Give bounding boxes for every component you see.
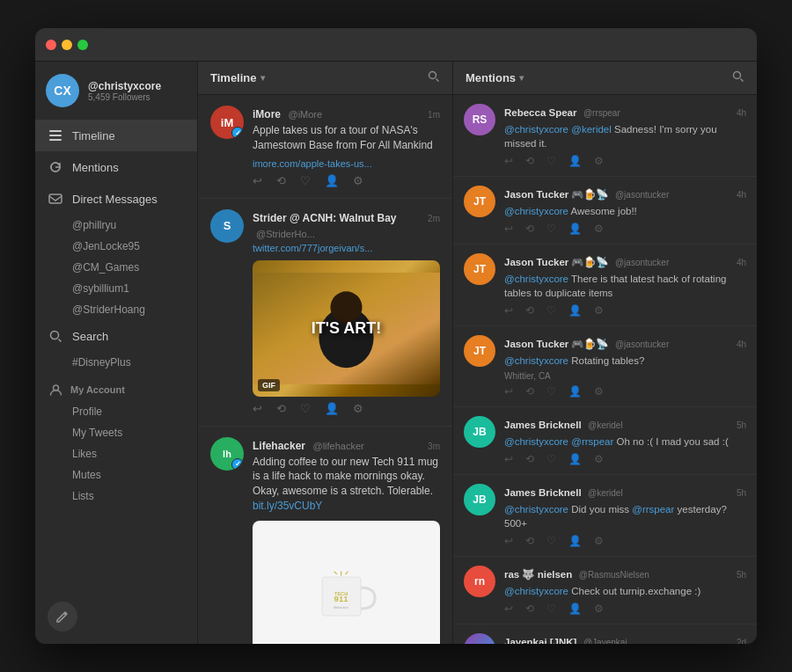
tweet-link-strider[interactable]: twitter.com/777jorgeivan/s...: [253, 243, 440, 253]
reply-james2[interactable]: ↩: [504, 535, 513, 547]
mention-actions-jason2: ↩ ⟲ ♡ 👤 ⚙: [504, 304, 746, 317]
dm-label: Direct Messages: [72, 193, 158, 206]
svg-point-7: [429, 72, 436, 79]
mentions-label: Mentions: [72, 161, 119, 174]
account-section-header[interactable]: My Account: [35, 373, 197, 401]
sidebar-item-direct-messages[interactable]: Direct Messages: [35, 183, 197, 215]
retweet-button-imore[interactable]: ⟲: [276, 174, 286, 187]
mention-avatar-james1: JB: [464, 416, 495, 448]
like-ras[interactable]: ♡: [546, 603, 556, 615]
like-button-strider[interactable]: ♡: [300, 402, 311, 415]
retweet-jason1[interactable]: ⟲: [525, 223, 534, 235]
settings-button-imore[interactable]: ⚙: [353, 174, 363, 187]
tweet-media-lifehacker[interactable]: TECH 911 lifehacker: [253, 521, 440, 644]
mention-author-james1: James Bricknell: [504, 420, 582, 430]
minimize-button[interactable]: [62, 40, 72, 50]
reply-ras[interactable]: ↩: [504, 603, 513, 615]
user-jason3[interactable]: 👤: [568, 385, 582, 398]
dm-item-phillryu[interactable]: @phillryu: [35, 215, 197, 236]
mention-ras-nielsen: rn ras 🐺 nielsen @RasmusNielsen 5h @chri…: [453, 557, 757, 625]
dm-item-sybillium[interactable]: @sybillium1: [35, 278, 197, 299]
settings-james2[interactable]: ⚙: [594, 535, 604, 547]
reply-jason2[interactable]: ↩: [504, 304, 513, 317]
tweet-body-strider: Strider @ ACNH: Walnut Bay @StriderHo...…: [253, 209, 440, 415]
maximize-button[interactable]: [77, 40, 88, 50]
dm-item-jenlocke[interactable]: @JenLocke95: [35, 236, 197, 257]
settings-jason1[interactable]: ⚙: [594, 223, 604, 235]
account-likes[interactable]: Likes: [35, 443, 197, 464]
settings-james1[interactable]: ⚙: [594, 453, 604, 465]
tweet-handle-strider: @StriderHo...: [256, 229, 315, 239]
tweet-imore: iM ✓ iMore @iMore 1m Apple tak: [198, 95, 452, 199]
close-button[interactable]: [46, 40, 56, 50]
user-james2[interactable]: 👤: [568, 535, 582, 547]
user-jason2[interactable]: 👤: [568, 304, 582, 317]
account-my-tweets[interactable]: My Tweets: [35, 422, 197, 443]
sidebar-item-mentions[interactable]: Mentions: [35, 151, 197, 183]
mention-time-james2: 5h: [737, 488, 746, 498]
reply-jason3[interactable]: ↩: [504, 385, 513, 398]
sidebar-item-search[interactable]: Search: [35, 320, 197, 352]
settings-rebecca[interactable]: ⚙: [594, 155, 604, 167]
mention-actions-james2: ↩ ⟲ ♡ 👤 ⚙: [504, 535, 746, 547]
like-jason2[interactable]: ♡: [546, 304, 556, 317]
reply-james1[interactable]: ↩: [504, 453, 513, 465]
retweet-james2[interactable]: ⟲: [525, 535, 534, 547]
user-rebecca[interactable]: 👤: [568, 155, 582, 167]
mention-time-jason2: 4h: [737, 258, 746, 267]
tweet-actions-imore: ↩ ⟲ ♡ 👤 ⚙: [253, 174, 440, 187]
reply-button-imore[interactable]: ↩: [253, 174, 262, 187]
like-jason3[interactable]: ♡: [546, 385, 556, 398]
mention-avatar-james2: JB: [464, 484, 495, 515]
user-jason1[interactable]: 👤: [568, 223, 582, 235]
compose-button[interactable]: [48, 602, 77, 632]
reply-rebecca[interactable]: ↩: [504, 155, 513, 167]
sidebar-profile[interactable]: CX @christyxcore 5,459 Followers: [35, 62, 197, 120]
settings-jason2[interactable]: ⚙: [594, 304, 604, 317]
retweet-rebecca[interactable]: ⟲: [525, 155, 534, 167]
user-button-imore[interactable]: 👤: [325, 174, 339, 187]
like-button-imore[interactable]: ♡: [300, 174, 311, 187]
settings-jason3[interactable]: ⚙: [594, 385, 604, 398]
dm-item-cmgames[interactable]: @CM_Games: [35, 257, 197, 278]
settings-ras[interactable]: ⚙: [594, 603, 604, 615]
retweet-button-strider[interactable]: ⟲: [276, 402, 286, 415]
mentions-search-button[interactable]: [732, 70, 744, 85]
user-button-strider[interactable]: 👤: [325, 402, 339, 415]
tweet-link-imore[interactable]: imore.com/apple-takes-us...: [253, 158, 440, 169]
retweet-ras[interactable]: ⟲: [525, 603, 534, 615]
user-ras[interactable]: 👤: [568, 603, 582, 615]
profile-username: @christyxcore: [88, 80, 161, 92]
retweet-jason2[interactable]: ⟲: [525, 304, 534, 317]
dm-item-striderhoang[interactable]: @StriderHoang: [35, 299, 197, 320]
tweet-actions-strider: ↩ ⟲ ♡ 👤 ⚙: [253, 402, 440, 415]
svg-rect-1: [49, 135, 62, 136]
sidebar-item-timeline[interactable]: Timeline: [35, 120, 197, 151]
mention-text-james1: @christyxcore @rrspear Oh no :( I mad yo…: [504, 435, 746, 449]
like-rebecca[interactable]: ♡: [546, 155, 556, 167]
tweet-time-strider: 2m: [428, 214, 440, 223]
user-james1[interactable]: 👤: [568, 453, 582, 465]
mention-text-ras: @christyxcore Check out turnip.exchange …: [504, 584, 746, 598]
retweet-james1[interactable]: ⟲: [525, 453, 534, 465]
tweet-avatar-imore: iM ✓: [210, 106, 244, 139]
mentions-chevron-icon: ▾: [519, 73, 524, 83]
dm-icon: [48, 191, 63, 207]
like-james1[interactable]: ♡: [546, 453, 556, 465]
account-lists[interactable]: Lists: [35, 486, 197, 507]
like-james2[interactable]: ♡: [546, 535, 556, 547]
mention-actions-jason1: ↩ ⟲ ♡ 👤 ⚙: [504, 223, 746, 235]
reply-button-strider[interactable]: ↩: [253, 402, 262, 415]
tweet-media-strider[interactable]: IT'S ART! GIF: [253, 260, 440, 397]
mention-avatar-jayenkai: J: [464, 633, 495, 644]
reply-jason1[interactable]: ↩: [504, 223, 513, 235]
retweet-jason3[interactable]: ⟲: [525, 385, 534, 398]
timeline-content: iM ✓ iMore @iMore 1m Apple tak: [198, 95, 452, 644]
account-mutes[interactable]: Mutes: [35, 464, 197, 486]
search-recent-disneyplus[interactable]: #DisneyPlus: [35, 352, 197, 373]
account-profile[interactable]: Profile: [35, 401, 197, 422]
timeline-search-button[interactable]: [428, 70, 440, 85]
settings-button-strider[interactable]: ⚙: [353, 402, 363, 415]
mention-body-ras: ras 🐺 nielsen @RasmusNielsen 5h @christy…: [504, 566, 746, 615]
like-jason1[interactable]: ♡: [546, 223, 556, 235]
